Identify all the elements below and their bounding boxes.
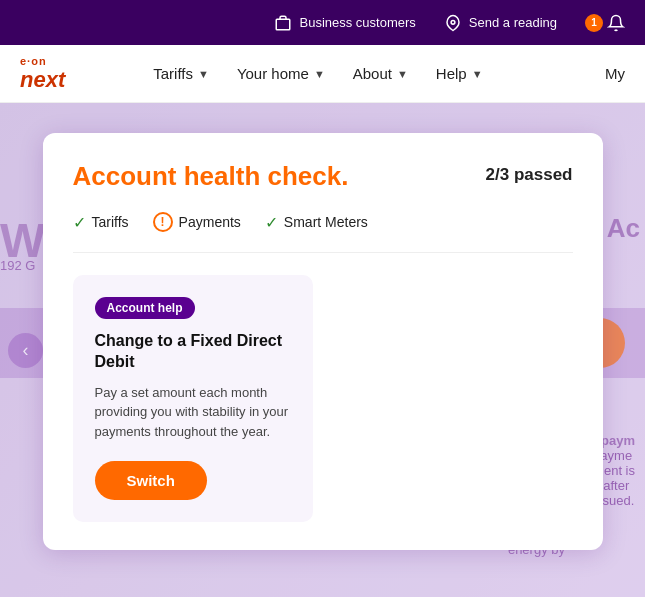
modal-title: Account health check. (73, 161, 349, 192)
notification-count: 1 (585, 14, 603, 32)
modal-passed: 2/3 passed (486, 161, 573, 185)
nav-tariffs[interactable]: Tariffs ▼ (153, 65, 209, 82)
nav-my[interactable]: My (605, 65, 625, 82)
modal-header: Account health check. 2/3 passed (73, 161, 573, 192)
business-customers-link[interactable]: Business customers (274, 14, 415, 32)
chevron-down-icon: ▼ (397, 68, 408, 80)
card-title: Change to a Fixed Direct Debit (95, 331, 291, 373)
check-smart-meters: ✓ Smart Meters (265, 213, 368, 232)
check-tariffs: ✓ Tariffs (73, 213, 129, 232)
modal-overlay: Account health check. 2/3 passed ✓ Tarif… (0, 103, 645, 597)
check-payments: ! Payments (153, 212, 241, 232)
chevron-down-icon: ▼ (472, 68, 483, 80)
nav-about[interactable]: About ▼ (353, 65, 408, 82)
send-reading-link[interactable]: Send a reading (444, 14, 557, 32)
main-nav: e·on next Tariffs ▼ Your home ▼ About ▼ … (0, 45, 645, 103)
logo[interactable]: e·on next (20, 55, 65, 93)
chevron-down-icon: ▼ (314, 68, 325, 80)
top-bar: Business customers Send a reading 1 (0, 0, 645, 45)
check-items: ✓ Tariffs ! Payments ✓ Smart Meters (73, 212, 573, 253)
card-description: Pay a set amount each month providing yo… (95, 383, 291, 442)
switch-button[interactable]: Switch (95, 461, 207, 500)
check-tariffs-icon: ✓ (73, 213, 86, 232)
svg-point-1 (451, 20, 455, 24)
logo-next: next (20, 67, 65, 93)
logo-eon: e·on (20, 55, 65, 67)
notifications-button[interactable]: 1 (585, 14, 625, 32)
check-payments-warning-icon: ! (153, 212, 173, 232)
check-smart-meters-icon: ✓ (265, 213, 278, 232)
health-check-modal: Account health check. 2/3 passed ✓ Tarif… (43, 133, 603, 550)
chevron-down-icon: ▼ (198, 68, 209, 80)
nav-help[interactable]: Help ▼ (436, 65, 483, 82)
svg-rect-0 (277, 19, 291, 30)
card-tag: Account help (95, 297, 195, 319)
nav-your-home[interactable]: Your home ▼ (237, 65, 325, 82)
account-help-card: Account help Change to a Fixed Direct De… (73, 275, 313, 522)
